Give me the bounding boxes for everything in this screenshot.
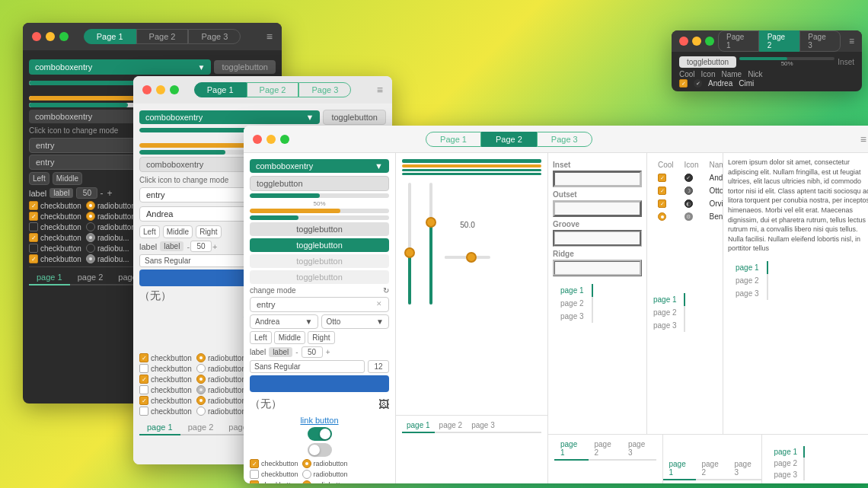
checkbox-4[interactable]: ✓ (29, 233, 38, 242)
cb-w2-3[interactable]: ✓ (139, 375, 148, 384)
toggle-btn-row-1[interactable]: togglebutton (250, 222, 389, 236)
rb-w2-5[interactable] (196, 396, 206, 405)
rb-w2-2[interactable] (196, 364, 206, 373)
s-menu[interactable]: ≡ (849, 36, 854, 46)
minimize-button[interactable] (46, 32, 55, 41)
s-cb[interactable]: ✓ (679, 79, 688, 88)
mid-sel-w2[interactable]: Middle (163, 225, 193, 238)
btab-c1[interactable]: page 1 (402, 419, 435, 433)
max-btn-2[interactable] (170, 85, 179, 94)
btab-b12[interactable]: page 2 (589, 438, 623, 461)
minus-w3[interactable]: - (295, 348, 298, 356)
entry-w3-1[interactable]: entry ✕ (250, 297, 389, 312)
min-btn-3[interactable] (266, 135, 276, 144)
menu-icon[interactable]: ≡ (266, 30, 273, 43)
tab-page1[interactable]: Page 1 (84, 29, 136, 44)
toggle-btn-w2[interactable]: togglebutton (323, 110, 386, 125)
btab-b13[interactable]: page 3 (622, 438, 656, 461)
andrea-combo[interactable]: Andrea ▼ (250, 314, 318, 329)
combo-w3-1[interactable]: comboboxentry ▼ (250, 159, 389, 173)
vl-tab3[interactable]: page 3 (728, 287, 767, 300)
close-btn-2[interactable] (142, 85, 152, 94)
table-row-1[interactable]: ✓ ✔ Andrea Cimi (653, 172, 723, 183)
w2-tab-page3[interactable]: Page 3 (298, 82, 351, 97)
fontsize-w3[interactable]: 12 (368, 360, 389, 373)
table-row-2[interactable]: ✓ ☽ Otto chaotic (653, 185, 723, 196)
close-btn-3[interactable] (253, 135, 262, 144)
tswitch-off-w3[interactable] (308, 443, 332, 457)
middle-w3[interactable]: Middle (274, 331, 305, 344)
cb-w2-1[interactable]: ✓ (139, 353, 148, 362)
max-btn-3[interactable] (280, 135, 289, 144)
radio-4[interactable] (86, 233, 95, 242)
tswitch-on-w3[interactable] (308, 427, 332, 441)
checkbox-5[interactable] (29, 244, 38, 253)
vtabr-3[interactable]: page 3 (647, 319, 684, 332)
vslider-thumb-1[interactable] (404, 247, 415, 258)
min-btn-2[interactable] (156, 85, 165, 94)
rb-w2-3[interactable] (196, 375, 206, 384)
minus-w2[interactable]: - (187, 242, 190, 251)
right-w3[interactable]: Right (308, 331, 334, 344)
cb-w2-4[interactable] (139, 385, 148, 394)
hb-tab2[interactable]: page 2 (696, 458, 729, 479)
radio-5[interactable] (86, 244, 95, 253)
row1-cool[interactable]: ✓ (658, 174, 666, 182)
plus-w3[interactable]: + (326, 348, 330, 356)
bottom-tab-page2[interactable]: page 2 (70, 270, 111, 285)
cb-w2-5[interactable]: ✓ (139, 396, 148, 405)
checkbox-1[interactable]: ✓ (29, 201, 38, 210)
plus-w2[interactable]: + (212, 242, 217, 251)
vtab-3[interactable]: page 3 (553, 310, 592, 323)
w2-tab-page2[interactable]: Page 2 (247, 82, 299, 97)
s-min[interactable] (692, 37, 701, 46)
link-w3-wrap[interactable]: link button (250, 416, 389, 425)
num-minus[interactable]: - (98, 188, 104, 199)
rb-w2-6[interactable] (196, 407, 206, 416)
rb-w3-2[interactable] (302, 470, 311, 479)
menu-icon-2[interactable]: ≡ (377, 84, 383, 96)
vb-tab1[interactable]: page 1 (768, 446, 806, 458)
tab-page3[interactable]: Page 3 (188, 29, 241, 44)
checkbox-3[interactable] (29, 222, 38, 231)
toggle-w3[interactable]: togglebutton (250, 176, 389, 191)
bottom-tab-page1[interactable]: page 1 (29, 270, 70, 285)
w2-tab-page1[interactable]: Page 1 (194, 82, 247, 97)
main-tab-2[interactable]: Page 2 (481, 132, 537, 147)
blue-btn-w3[interactable]: ​ (250, 375, 389, 392)
s-close[interactable] (679, 37, 688, 46)
left-sel-w2[interactable]: Left (139, 225, 160, 238)
menu-icon-3[interactable]: ≡ (860, 133, 866, 145)
reload-icon-w3[interactable]: ↻ (383, 286, 389, 295)
row2-cool[interactable]: ✓ (658, 187, 666, 195)
maximize-button[interactable] (59, 32, 69, 41)
rb-w2-1[interactable] (196, 353, 206, 362)
btab-w2-1[interactable]: page 1 (139, 420, 180, 435)
otto-combo[interactable]: Otto ▼ (321, 314, 390, 329)
left-select[interactable]: Left (29, 172, 49, 185)
row4-cool[interactable] (658, 212, 666, 221)
cb-w3-1[interactable]: ✓ (250, 459, 259, 468)
cb-w2-6[interactable] (139, 407, 148, 416)
vslider-thumb-2[interactable] (426, 217, 436, 228)
hb-tab1[interactable]: page 1 (663, 458, 696, 480)
btab-w2-2[interactable]: page 2 (180, 420, 222, 435)
s-max[interactable] (705, 37, 714, 46)
vtabr-1[interactable]: page 1 (647, 293, 685, 306)
clear-icon-w3[interactable]: ✕ (376, 300, 382, 309)
s-tab2[interactable]: Page 2 (759, 30, 800, 52)
vtab-2[interactable]: page 2 (553, 297, 592, 310)
cb-w2-2[interactable] (139, 364, 148, 373)
checkbox-2[interactable]: ✓ (29, 212, 38, 221)
rb-w3-3[interactable] (302, 480, 311, 483)
table-row-3[interactable]: ✓ ◐ Orville Redenbacher (653, 198, 723, 209)
toggle-btn-row-4[interactable]: togglebutton (250, 270, 389, 284)
s-tab3[interactable]: Page 3 (799, 30, 841, 52)
tab-page2[interactable]: Page 2 (136, 29, 189, 44)
vb-tab3[interactable]: page 3 (768, 469, 804, 480)
main-tab-3[interactable]: Page 3 (537, 132, 592, 147)
s-tab1[interactable]: Page 1 (718, 30, 759, 52)
middle-select[interactable]: Middle (53, 172, 82, 185)
hb-tab3[interactable]: page 3 (729, 458, 761, 479)
num-plus[interactable]: + (105, 188, 113, 199)
